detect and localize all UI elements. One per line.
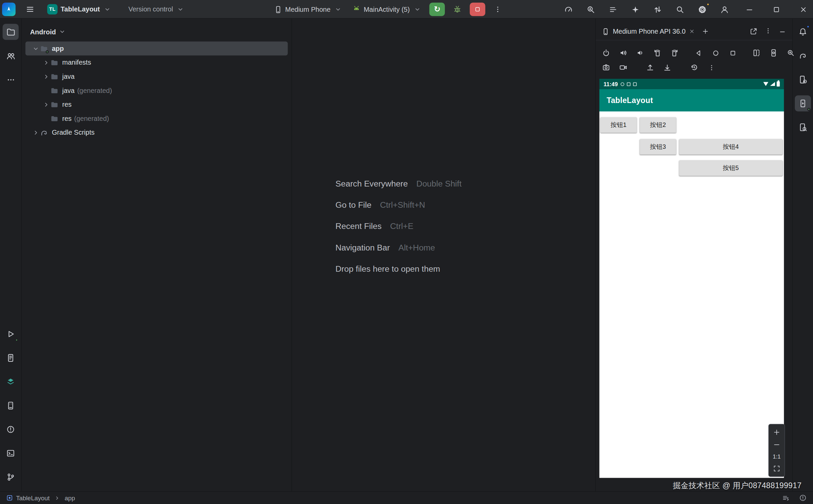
volume-down-icon[interactable]: [635, 48, 646, 58]
emulator-toolbar-row1: [596, 45, 792, 60]
collaboration-icon[interactable]: [3, 48, 19, 64]
debug-bug-icon: [453, 5, 462, 13]
project-view-selector[interactable]: Android: [22, 24, 292, 39]
android-studio-logo-icon[interactable]: [2, 2, 15, 16]
run-configuration-selector[interactable]: MainActivity (5): [350, 2, 424, 16]
main-menu-icon[interactable]: [23, 2, 37, 16]
build-variants-icon[interactable]: [3, 374, 19, 390]
chevron-down-icon[interactable]: [31, 44, 40, 53]
profiler-icon[interactable]: [561, 2, 576, 16]
settings-icon[interactable]: [695, 2, 709, 16]
android-button-5[interactable]: 按钮5: [679, 160, 782, 176]
zoom-in-icon[interactable]: [773, 429, 780, 436]
fold-device-icon[interactable]: [751, 48, 762, 58]
screen-record-icon[interactable]: [618, 62, 628, 73]
rotate-left-icon[interactable]: [652, 48, 663, 58]
zoom-fit-icon[interactable]: [773, 465, 780, 472]
more-actions-button[interactable]: [491, 2, 505, 16]
project-tool-icon[interactable]: [3, 24, 19, 40]
gradle-tool-icon[interactable]: [795, 48, 811, 64]
tree-item-app[interactable]: app: [25, 41, 288, 56]
chevron-right-icon[interactable]: [41, 58, 50, 67]
emulator-more-icon[interactable]: [706, 62, 717, 73]
nav-overview-icon[interactable]: [727, 48, 738, 58]
tree-item-java[interactable]: java: [25, 69, 288, 83]
device-phone-icon: [602, 28, 609, 35]
chevron-right-icon[interactable]: [41, 100, 50, 109]
code-inspect-icon[interactable]: [583, 2, 598, 16]
stop-button[interactable]: [470, 3, 485, 16]
run-tool-icon[interactable]: [3, 326, 19, 342]
project-icon: [6, 495, 13, 501]
android-button-2[interactable]: 按钮2: [640, 117, 676, 133]
tree-item-java-generated[interactable]: java (generated): [25, 83, 288, 98]
zoom-mode-icon[interactable]: [785, 48, 796, 58]
version-control-icon[interactable]: [3, 469, 19, 485]
running-devices-icon[interactable]: [795, 95, 811, 111]
breadcrumb-module[interactable]: app: [65, 494, 75, 502]
account-icon[interactable]: [717, 2, 731, 16]
open-in-window-icon[interactable]: [750, 28, 757, 35]
version-control-menu[interactable]: Version control: [126, 2, 187, 16]
device-explorer-icon[interactable]: [3, 398, 19, 414]
tree-item-gradle-scripts[interactable]: Gradle Scripts: [25, 126, 288, 140]
screenshot-icon[interactable]: [601, 62, 611, 73]
tree-item-res[interactable]: res: [25, 97, 288, 111]
shortcut-row: Search Everywhere Double Shift: [335, 179, 595, 189]
ai-assistant-icon[interactable]: [628, 2, 642, 16]
tree-item-label: java: [62, 87, 75, 94]
device-tab[interactable]: Medium Phone API 36.0: [600, 28, 697, 35]
project-selector[interactable]: TL TableLayout: [44, 2, 114, 16]
stop-icon: [476, 7, 480, 11]
tree-item-suffix: (generated): [77, 87, 112, 94]
zoom-out-icon[interactable]: [773, 441, 780, 448]
android-button-1[interactable]: 按钮1: [600, 117, 637, 133]
nav-back-icon[interactable]: [693, 48, 704, 58]
debug-button[interactable]: [450, 2, 465, 16]
tree-item-res-generated[interactable]: res (generated): [25, 111, 288, 126]
panel-options-icon[interactable]: [765, 27, 772, 36]
tree-item-label: res: [62, 114, 72, 122]
sync-arrows-icon[interactable]: [650, 2, 665, 16]
upload-icon[interactable]: [645, 62, 655, 73]
minimize-icon[interactable]: [742, 2, 756, 16]
app-inspection-icon[interactable]: [795, 119, 811, 135]
device-settings-icon[interactable]: [769, 48, 779, 58]
volume-up-icon[interactable]: [618, 48, 628, 58]
add-device-tab-icon[interactable]: [702, 28, 709, 35]
android-button-4[interactable]: 按钮4: [679, 139, 782, 155]
logcat-icon[interactable]: [3, 350, 19, 366]
power-icon[interactable]: [601, 48, 611, 58]
tree-item-label: Gradle Scripts: [52, 129, 95, 136]
android-button-3[interactable]: 按钮3: [640, 139, 676, 155]
download-icon[interactable]: [662, 62, 673, 73]
running-devices-panel: Medium Phone API 36.0: [595, 19, 792, 491]
chevron-right-icon[interactable]: [31, 128, 40, 137]
problem-indicator-icon[interactable]: [799, 494, 807, 502]
tree-item-manifests[interactable]: manifests: [25, 56, 288, 70]
project-badge-icon: TL: [47, 4, 58, 14]
device-selector[interactable]: Medium Phone: [272, 2, 345, 16]
rotate-right-icon[interactable]: [669, 48, 680, 58]
device-tab-bar: Medium Phone API 36.0: [596, 23, 792, 40]
problems-icon[interactable]: [3, 422, 19, 438]
breadcrumb-project[interactable]: TableLayout: [16, 494, 50, 502]
search-icon[interactable]: [673, 2, 687, 16]
emulator-screen[interactable]: 11:49 TableLayout 按钮1 按钮2 按钮3: [599, 79, 784, 478]
zoom-reset-button[interactable]: 1:1: [773, 453, 781, 460]
todo-list-icon[interactable]: [606, 2, 620, 16]
hide-panel-icon[interactable]: [779, 28, 786, 35]
device-manager-icon[interactable]: [795, 71, 811, 88]
rerun-button[interactable]: ↻: [429, 3, 445, 16]
folder-icon: [50, 114, 61, 123]
terminal-icon[interactable]: [3, 445, 19, 461]
snapshot-restore-icon[interactable]: [689, 62, 700, 73]
status-widgets-icon[interactable]: [782, 494, 790, 502]
chevron-right-icon[interactable]: [41, 72, 50, 81]
nav-home-icon[interactable]: [710, 48, 721, 58]
notifications-bell-icon[interactable]: [795, 24, 811, 40]
close-tab-icon[interactable]: [689, 29, 695, 34]
more-tool-windows-icon[interactable]: [3, 71, 19, 88]
maximize-icon[interactable]: [769, 2, 783, 16]
close-icon[interactable]: [796, 2, 810, 16]
